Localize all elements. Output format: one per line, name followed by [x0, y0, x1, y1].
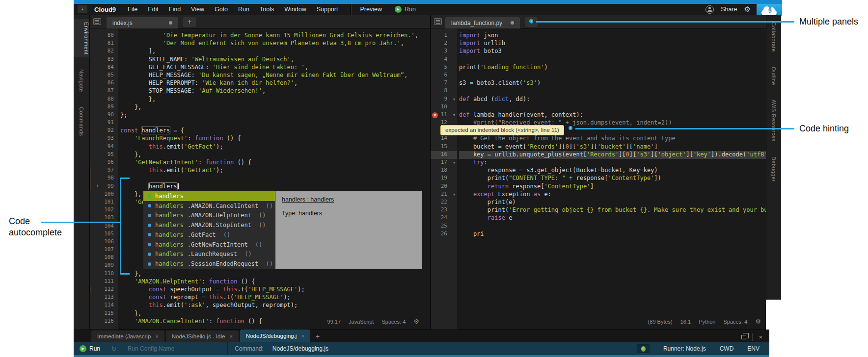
code-line-95[interactable]: }, — [120, 151, 430, 159]
gutter-line-98[interactable]: 98 — [90, 175, 118, 182]
close-panel-icon[interactable]: × — [759, 333, 762, 341]
code-line-97[interactable]: this.emit('GetFact'); — [120, 167, 430, 175]
code-line-88[interactable]: }, — [120, 96, 430, 103]
code-line-4[interactable] — [459, 56, 766, 64]
gutter-line-14[interactable]: 14 — [431, 135, 457, 143]
gutter-line-89[interactable]: 89 — [90, 103, 118, 111]
new-console-tab-button[interactable]: + — [316, 332, 320, 340]
code-line-113[interactable]: const reprompt = this.t('HELP_MESSAGE'); — [120, 294, 430, 302]
gutter-line-5[interactable]: 5 — [431, 64, 457, 72]
tab-index-js[interactable]: index.js — [107, 17, 178, 28]
autocomplete-item-7[interactable]: handlers.SessionEndedRequest () — [143, 259, 275, 269]
right-editor-gutter[interactable]: 123456789▾10×11▾121314151617▾18192021▾22… — [431, 28, 457, 330]
code-line-10[interactable] — [459, 103, 766, 111]
code-line-5[interactable]: print('Loading function') — [459, 64, 766, 72]
user-avatar-icon[interactable] — [705, 5, 714, 14]
gutter-line-10[interactable]: 10 — [431, 103, 457, 111]
code-line-9[interactable]: def abcd (dict, dd): — [459, 96, 766, 103]
menu-preview[interactable]: Preview — [360, 6, 381, 13]
code-line-15[interactable]: bucket = event['Records'][0]['s3']['buck… — [459, 143, 766, 151]
settings-gear-icon[interactable]: ⚙ — [744, 5, 751, 14]
gutter-line-95[interactable]: 95 — [90, 151, 118, 159]
code-line-8[interactable] — [459, 87, 766, 95]
code-line-23[interactable]: print('Error getting object {} from buck… — [459, 206, 766, 214]
autocomplete-item-5[interactable]: handlers.GetNewFactIntent () — [143, 240, 275, 250]
collapse-menubar-button[interactable]: ▲ — [78, 5, 87, 13]
code-line-83[interactable]: SKILL_NAME: 'Weltraumwissen auf Deutsch'… — [120, 56, 430, 64]
code-line-90[interactable]: }; — [120, 111, 430, 119]
gutter-line-1[interactable]: 1 — [431, 32, 457, 40]
gutter-line-107[interactable]: 107 — [90, 246, 118, 254]
cwd-button[interactable]: CWD — [720, 345, 734, 352]
gutter-line-85[interactable]: 85 — [90, 72, 118, 79]
menu-run-button[interactable]: ▶ Run — [395, 6, 416, 13]
code-line-92[interactable]: const handlers = { — [120, 127, 430, 135]
gutter-line-17[interactable]: 17▾ — [431, 159, 457, 167]
run-config-name-field[interactable]: Run Config Name — [128, 345, 174, 352]
menu-item-window[interactable]: Window — [284, 6, 306, 13]
code-line-2[interactable]: import urllib — [459, 40, 766, 48]
code-line-16[interactable]: key = urllib.unquote_plus(event['Records… — [459, 151, 766, 159]
code-line-84[interactable]: GET_FACT_MESSAGE: 'Hier sind deine Fakte… — [120, 64, 430, 72]
tab-lambda-function-py[interactable]: lambda_function.py — [445, 17, 520, 28]
runner-selector[interactable]: Runner: Node.js — [663, 345, 706, 352]
left-editor-code[interactable]: 'Die Temperatur in der Sonne kann 15 Mil… — [120, 28, 430, 330]
gutter-line-15[interactable]: 15 — [431, 143, 457, 151]
code-line-3[interactable]: import boto3 — [459, 48, 766, 55]
code-line-19[interactable]: print("CONTENT TYPE: " + response['Conte… — [459, 175, 766, 182]
autocomplete-item-1[interactable]: handlers.AMAZON.CancelIntent () — [143, 201, 275, 211]
gutter-line-106[interactable]: 106 — [90, 238, 118, 246]
code-line-82[interactable]: ], — [120, 48, 430, 55]
gutter-line-87[interactable]: 87 — [90, 87, 118, 95]
gutter-line-25[interactable]: 25 — [431, 223, 457, 230]
gutter-line-22[interactable]: 22 — [431, 199, 457, 206]
menu-item-tools[interactable]: Tools — [260, 6, 274, 13]
code-line-24[interactable]: raise e — [459, 214, 766, 222]
gutter-line-99[interactable]: i99 — [90, 183, 118, 191]
code-line-114[interactable]: this.emit(':ask', speechOutput, reprompt… — [120, 302, 430, 309]
console-run-play-icon[interactable]: ▶ — [80, 345, 86, 352]
env-button[interactable]: ENV — [747, 345, 760, 352]
gutter-line-104[interactable]: 104 — [90, 223, 118, 230]
menu-item-goto[interactable]: Goto — [215, 6, 228, 13]
code-line-110[interactable]: }, — [120, 270, 430, 278]
gutter-line-93[interactable]: 93 — [90, 135, 118, 143]
gutter-line-19[interactable]: 19 — [431, 175, 457, 182]
gutter-line-116[interactable]: 116 — [90, 318, 118, 326]
cloud9-brand[interactable]: Cloud9 — [94, 6, 116, 13]
code-line-22[interactable]: print(e) — [459, 199, 766, 206]
gutter-line-26[interactable]: 26 — [431, 230, 457, 238]
gutter-line-2[interactable]: 2 — [431, 40, 457, 48]
gutter-line-92[interactable]: 92 — [90, 127, 118, 135]
menu-item-edit[interactable]: Edit — [148, 6, 159, 13]
rail-item-debugger[interactable]: Debugger — [771, 153, 777, 185]
gutter-line-101[interactable]: 101 — [90, 199, 118, 206]
gutter-line-100[interactable]: 100 — [90, 191, 118, 199]
menu-item-file[interactable]: File — [128, 6, 137, 13]
code-line-85[interactable]: HELP_MESSAGE: 'Du kannst sagen, „Nenne m… — [120, 72, 430, 79]
code-line-111[interactable]: 'AMAZON.HelpIntent': function () { — [120, 278, 430, 286]
code-line-91[interactable] — [120, 119, 430, 127]
gutter-line-90[interactable]: 90 — [90, 111, 118, 119]
gutter-line-105[interactable]: 105 — [90, 230, 118, 238]
code-line-99[interactable]: handlers — [120, 183, 430, 191]
autocomplete-item-2[interactable]: handlers.AMAZON.HelpIntent () — [143, 211, 275, 221]
rail-item-navigate[interactable]: Navigate — [79, 66, 84, 95]
code-line-11[interactable]: def lambda_handler(event, context): — [459, 111, 766, 119]
fold-arrow-icon[interactable]: ▾ — [453, 191, 455, 199]
autocomplete-item-0[interactable]: handlers — [143, 191, 275, 201]
console-tab-1[interactable]: NodeJS/hello.js - Idle× — [166, 331, 239, 342]
code-line-115[interactable]: }, — [120, 310, 430, 318]
debug-bug-icon[interactable] — [637, 344, 650, 353]
panel-menu-icon[interactable] — [434, 18, 442, 25]
code-line-94[interactable]: this.emit('GetFact'); — [120, 143, 430, 151]
code-line-21[interactable]: except Exception as e: — [459, 191, 766, 199]
console-tab-2[interactable]: NodeJS/debugging.j× — [240, 330, 310, 342]
gutter-line-4[interactable]: 4 — [431, 56, 457, 64]
rail-item-outline[interactable]: Outline — [771, 64, 777, 88]
code-line-18[interactable]: response = s3.get_object(Bucket=bucket, … — [459, 167, 766, 175]
command-value[interactable]: NodeJS/debugging.js — [272, 345, 328, 352]
gutter-line-24[interactable]: 24 — [431, 214, 457, 222]
code-line-25[interactable] — [459, 223, 766, 230]
gutter-line-16[interactable]: 16 — [431, 151, 457, 159]
